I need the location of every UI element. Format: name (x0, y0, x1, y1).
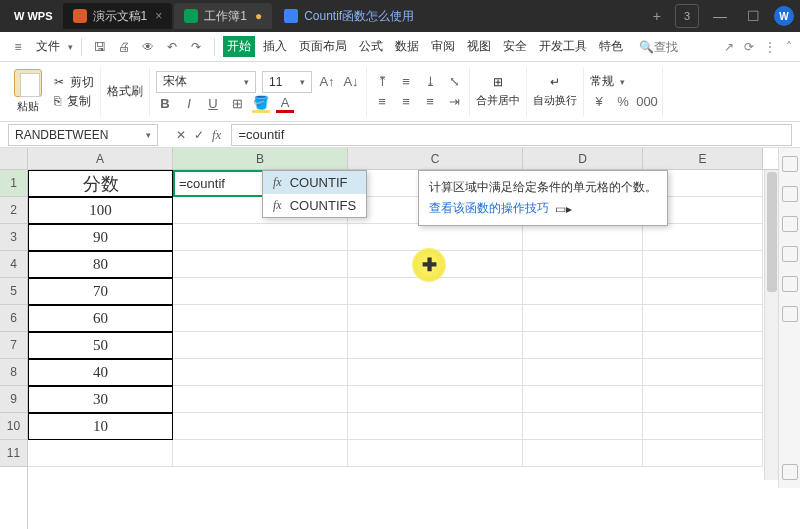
menu-icon[interactable]: ≡ (8, 37, 28, 57)
tab-formula[interactable]: 公式 (355, 36, 387, 57)
italic-button[interactable]: I (180, 95, 198, 113)
wrap-button[interactable]: 自动换行 (533, 93, 577, 108)
collapse-icon[interactable]: ˄ (786, 40, 792, 54)
cut-button[interactable]: 剪切 (70, 74, 94, 91)
cell-A4[interactable]: 80 (28, 251, 173, 278)
underline-button[interactable]: U (204, 95, 222, 113)
panel-icon[interactable] (782, 306, 798, 322)
row-header[interactable]: 7 (0, 332, 27, 359)
tab-review[interactable]: 审阅 (427, 36, 459, 57)
col-header[interactable]: D (523, 148, 643, 169)
currency-icon[interactable]: ¥ (590, 92, 608, 110)
border-button[interactable]: ⊞ (228, 95, 246, 113)
panel-icon[interactable] (782, 216, 798, 232)
col-header[interactable]: E (643, 148, 763, 169)
row-header[interactable]: 4 (0, 251, 27, 278)
col-header[interactable]: A (28, 148, 173, 169)
vertical-scrollbar[interactable] (764, 170, 778, 480)
format-painter-button[interactable]: 格式刷 (107, 83, 143, 100)
fx-icon[interactable]: fx (212, 127, 221, 143)
minimize-button[interactable]: — (707, 8, 733, 24)
select-all-corner[interactable] (0, 148, 27, 170)
redo-icon[interactable]: ↷ (186, 37, 206, 57)
tab-view[interactable]: 视图 (463, 36, 495, 57)
maximize-button[interactable]: ☐ (741, 8, 766, 24)
tab-insert[interactable]: 插入 (259, 36, 291, 57)
sync-icon[interactable]: ⟳ (744, 40, 754, 54)
font-size-select[interactable]: 11▾ (262, 71, 312, 93)
close-icon[interactable]: × (155, 9, 162, 23)
bold-button[interactable]: B (156, 95, 174, 113)
align-left-icon[interactable]: ≡ (373, 93, 391, 111)
copy-button[interactable]: 复制 (67, 93, 91, 110)
row-header[interactable]: 9 (0, 386, 27, 413)
share-icon[interactable]: ↗ (724, 40, 734, 54)
tab-home[interactable]: 开始 (223, 36, 255, 57)
align-right-icon[interactable]: ≡ (421, 93, 439, 111)
percent-icon[interactable]: % (614, 92, 632, 110)
align-center-icon[interactable]: ≡ (397, 93, 415, 111)
tab-presentation[interactable]: 演示文稿1 × (63, 3, 173, 29)
file-menu[interactable]: 文件 (32, 36, 64, 57)
tab-extra[interactable]: 特色 (595, 36, 627, 57)
cell-A9[interactable]: 30 (28, 386, 173, 413)
tab-dev[interactable]: 开发工具 (535, 36, 591, 57)
merge-button[interactable]: 合并居中 (476, 93, 520, 108)
cell-A7[interactable]: 50 (28, 332, 173, 359)
font-select[interactable]: 宋体▾ (156, 71, 256, 93)
undo-icon[interactable]: ↶ (162, 37, 182, 57)
paste-button[interactable]: 粘贴 (8, 69, 48, 114)
font-color-button[interactable]: A (276, 95, 294, 113)
panel-icon[interactable] (782, 276, 798, 292)
align-top-icon[interactable]: ⤒ (373, 73, 391, 91)
row-header[interactable]: 6 (0, 305, 27, 332)
formula-bar[interactable]: =countif (231, 124, 792, 146)
panel-icon[interactable] (782, 156, 798, 172)
row-header[interactable]: 2 (0, 197, 27, 224)
row-header[interactable]: 10 (0, 413, 27, 440)
cells-grid[interactable]: 分数 100 90 80 70 60 50 40 30 10 =countif … (28, 170, 800, 467)
cell-A6[interactable]: 60 (28, 305, 173, 332)
search-box[interactable]: 🔍 (639, 40, 714, 54)
user-avatar[interactable]: W (774, 6, 794, 26)
panel-icon[interactable] (782, 246, 798, 262)
fill-color-button[interactable]: 🪣 (252, 95, 270, 113)
tab-count-badge[interactable]: 3 (675, 4, 699, 28)
col-header[interactable]: C (348, 148, 523, 169)
cancel-formula-icon[interactable]: ✕ (176, 128, 186, 142)
tab-layout[interactable]: 页面布局 (295, 36, 351, 57)
tab-help[interactable]: Countif函数怎么使用 (274, 3, 424, 29)
scrollbar-thumb[interactable] (767, 172, 777, 292)
row-header[interactable]: 3 (0, 224, 27, 251)
comma-icon[interactable]: 000 (638, 92, 656, 110)
new-tab-button[interactable]: + (647, 8, 667, 24)
tab-spreadsheet[interactable]: 工作簿1 ● (174, 3, 272, 29)
panel-icon[interactable] (782, 464, 798, 480)
accept-formula-icon[interactable]: ✓ (194, 128, 204, 142)
row-header[interactable]: 5 (0, 278, 27, 305)
autocomplete-item[interactable]: fx COUNTIF (263, 171, 366, 194)
cell-A5[interactable]: 70 (28, 278, 173, 305)
align-bottom-icon[interactable]: ⤓ (421, 73, 439, 91)
search-input[interactable] (654, 40, 714, 54)
preview-icon[interactable]: 👁 (138, 37, 158, 57)
number-format-select[interactable]: 常规 (590, 73, 614, 90)
print-icon[interactable]: 🖨 (114, 37, 134, 57)
align-middle-icon[interactable]: ≡ (397, 73, 415, 91)
col-header[interactable]: B (173, 148, 348, 169)
row-header[interactable]: 8 (0, 359, 27, 386)
tooltip-link[interactable]: 查看该函数的操作技巧 (429, 200, 549, 217)
more-icon[interactable]: ⋮ (764, 40, 776, 54)
cell-A1[interactable]: 分数 (28, 170, 173, 197)
cell-A3[interactable]: 90 (28, 224, 173, 251)
autocomplete-item[interactable]: fx COUNTIFS (263, 194, 366, 217)
row-header[interactable]: 1 (0, 170, 27, 197)
tab-security[interactable]: 安全 (499, 36, 531, 57)
increase-font-icon[interactable]: A↑ (318, 73, 336, 91)
tab-data[interactable]: 数据 (391, 36, 423, 57)
panel-icon[interactable] (782, 186, 798, 202)
cell-A10[interactable]: 10 (28, 413, 173, 440)
orientation-icon[interactable]: ⤡ (445, 73, 463, 91)
cell-A2[interactable]: 100 (28, 197, 173, 224)
cell-A8[interactable]: 40 (28, 359, 173, 386)
